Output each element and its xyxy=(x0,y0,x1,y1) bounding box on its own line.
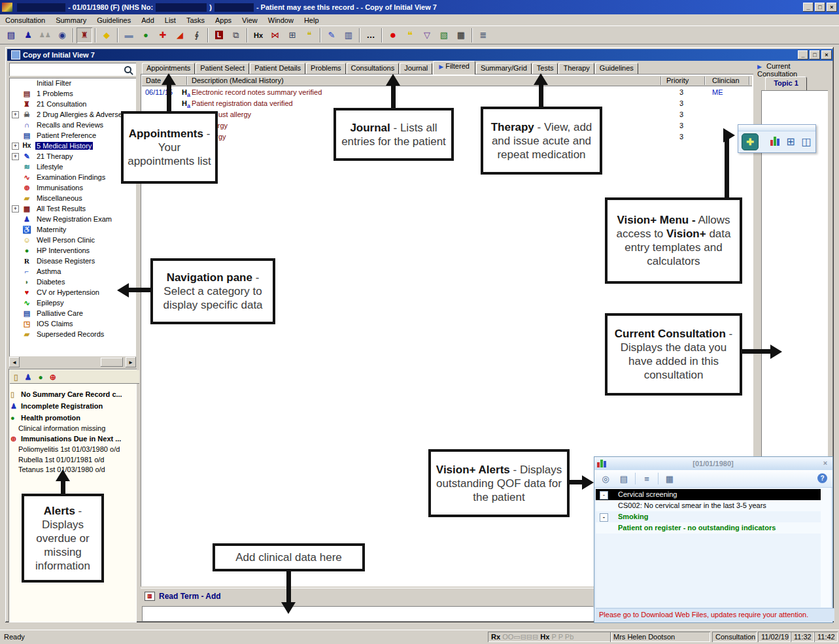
sidebar-item-problems[interactable]: ▤1 Problems xyxy=(9,88,136,99)
journal-row[interactable]: 06/11/15 Ha Electronic record notes summ… xyxy=(142,87,752,98)
child-restore-button[interactable]: □ xyxy=(810,50,820,59)
sidebar-item-new-registration[interactable]: ♟New Registration Exam xyxy=(9,214,136,224)
template-icon[interactable]: ▦ xyxy=(662,472,677,485)
yellow-note-icon[interactable]: ❝ xyxy=(402,27,418,43)
expand-icon[interactable]: + xyxy=(12,205,19,212)
registration-icon[interactable]: ♟ xyxy=(25,373,32,382)
visionplus-launch-icon[interactable]: ✚ xyxy=(742,133,759,150)
sidebar-item-lifestyle[interactable]: ≋Lifestyle xyxy=(9,161,136,172)
tab-problems[interactable]: Problems xyxy=(306,63,345,75)
expand-icon[interactable]: + xyxy=(12,111,19,118)
child-close-button[interactable]: × xyxy=(821,50,832,59)
sidebar-item-consultation[interactable]: ♜21 Consultation xyxy=(9,99,136,109)
alert-no-summary-care-record[interactable]: ▯No Summary Care Record c... xyxy=(10,389,122,399)
alert-rubella[interactable]: Rubella 1st 01/01/1981 o/d xyxy=(10,454,105,465)
qof-row-cervical-screening[interactable]: - Cervical screening xyxy=(596,489,821,500)
eraser-icon[interactable]: ▬ xyxy=(121,27,137,43)
filter-icon[interactable]: ▽ xyxy=(419,27,435,43)
menu-help[interactable]: Help xyxy=(299,16,324,25)
immunisation-icon[interactable]: ✚ xyxy=(155,27,171,43)
sidebar-item-epilepsy[interactable]: ∿Epilepsy xyxy=(9,297,136,308)
chart-edit-icon[interactable]: ▧ xyxy=(436,27,452,43)
app-restore-button[interactable]: □ xyxy=(815,3,825,12)
alert-poliomyelitis[interactable]: Poliomyelitis 1st 01/03/1980 o/d xyxy=(10,444,120,454)
menu-view[interactable]: View xyxy=(237,16,263,25)
sidebar-item-immunisations[interactable]: ⊕Immunisations xyxy=(9,182,136,193)
medical-history-icon[interactable]: Hx xyxy=(250,27,266,43)
tab-summary-grid[interactable]: Summary/Grid xyxy=(476,63,532,75)
menu-consultation[interactable]: Consultation xyxy=(0,16,50,25)
menu-list[interactable]: List xyxy=(160,16,181,25)
screen-report-icon[interactable]: ⊞ xyxy=(284,27,300,43)
tab-patient-details[interactable]: Patient Details xyxy=(250,63,305,75)
summary-record-icon[interactable]: ▯ xyxy=(14,373,18,382)
collapse-icon[interactable]: - xyxy=(600,513,608,522)
close-icon[interactable]: × xyxy=(820,458,830,469)
referral-icon[interactable]: ⋈ xyxy=(267,27,283,43)
download-web-files-message[interactable]: Please go to Download Web Files, updates… xyxy=(596,608,834,621)
sidebar-item-examination-findings[interactable]: ∿Examination Findings xyxy=(9,172,136,182)
consultation-chair-icon[interactable]: ♜ xyxy=(77,27,92,43)
menu-apps[interactable]: Apps xyxy=(210,16,237,25)
scrollbar-thumb[interactable] xyxy=(101,358,123,367)
expand-icon[interactable]: + xyxy=(12,143,19,150)
print-labels-icon[interactable]: ▦ xyxy=(453,27,469,43)
tree-horizontal-scrollbar[interactable]: ◄ ► xyxy=(9,357,136,367)
tab-patient-select[interactable]: Patient Select xyxy=(196,63,249,75)
notes-icon[interactable]: ▥ xyxy=(341,27,356,43)
sidebar-item-superseded-records[interactable]: ▰Superseded Records xyxy=(9,329,136,339)
preview-icon[interactable]: ◎ xyxy=(598,472,613,485)
sidebar-item-drug-allergies[interactable]: +☠2 Drug Allergies & Adverse Reac xyxy=(9,109,136,120)
visionplus-toolbar-handle[interactable] xyxy=(738,125,815,131)
search-button[interactable] xyxy=(122,64,134,75)
search-input[interactable] xyxy=(10,64,119,75)
local-guidelines-icon[interactable]: L xyxy=(211,27,227,43)
immunisation-icon[interactable]: ⊕ xyxy=(50,373,56,382)
report-icon[interactable]: ≡ xyxy=(640,472,654,485)
alert-clinical-info-missing[interactable]: Clinical information missing xyxy=(10,423,105,433)
sidebar-item-disease-registers[interactable]: RDisease Registers xyxy=(9,256,136,266)
column-clinician[interactable]: Clinician xyxy=(712,76,740,86)
patient-group-icon[interactable]: ♟♟ xyxy=(37,27,53,43)
sidebar-item-therapy[interactable]: +✎21 Therapy xyxy=(9,151,136,161)
select-patient-icon[interactable]: ♟ xyxy=(20,27,36,43)
tab-consultations[interactable]: Consultations xyxy=(347,63,400,75)
menu-guidelines[interactable]: Guidelines xyxy=(92,16,136,25)
qof-row-cs002[interactable]: CS002: No cervical smear in the last 3-5… xyxy=(596,500,821,511)
blood-pressure-icon[interactable]: ◢ xyxy=(172,27,188,43)
sidebar-item-hp-interventions[interactable]: ●HP Interventions xyxy=(9,245,136,256)
scroll-left-icon[interactable]: ◄ xyxy=(9,357,20,367)
scroll-right-icon[interactable]: ► xyxy=(126,357,136,367)
tab-journal[interactable]: Journal xyxy=(400,63,432,75)
qof-row-smoking[interactable]: - Smoking xyxy=(596,511,821,522)
health-promotion-icon[interactable]: ● xyxy=(38,373,43,382)
sidebar-item-all-test-results[interactable]: +▦All Test Results xyxy=(9,203,136,214)
find-patient-icon[interactable]: ◉ xyxy=(54,27,70,43)
sidebar-item-well-person[interactable]: ☺Well Person Clinic xyxy=(9,235,136,245)
sidebar-item-maternity[interactable]: ♿Maternity xyxy=(9,224,136,235)
sidebar-item-medical-history[interactable]: +Hx5 Medical History xyxy=(9,141,136,151)
tab-topic-1[interactable]: Topic 1 xyxy=(765,76,807,90)
health-promotion-icon[interactable]: ● xyxy=(138,27,154,43)
sidebar-item-ios-claims[interactable]: ◳IOS Claims xyxy=(9,318,136,329)
sidebar-item-recalls[interactable]: ∩Recalls and Reviews xyxy=(9,120,136,130)
stethoscope-icon[interactable]: ∮ xyxy=(189,27,205,43)
prescription-pen-icon[interactable]: ✎ xyxy=(324,27,339,43)
tab-therapy[interactable]: Therapy xyxy=(558,63,594,75)
qof-row-on-register[interactable]: Patient on register - no outstanding ind… xyxy=(596,522,821,534)
visionplus-calculator-icon[interactable]: ⊞ xyxy=(783,133,798,149)
visionplus-contacts-icon[interactable]: ◫ xyxy=(798,133,814,149)
sidebar-item-patient-preference[interactable]: ▤Patient Preference xyxy=(9,130,136,141)
help-icon[interactable]: ? xyxy=(817,473,827,483)
sidebar-item-asthma[interactable]: ⌐Asthma xyxy=(9,266,136,277)
collapse-icon[interactable]: - xyxy=(600,491,608,500)
tab-filtered[interactable]: ▶Filtered xyxy=(433,61,475,75)
alert-immunisations-due[interactable]: ⊕Immunisations Due in Next ... xyxy=(10,433,121,444)
column-date[interactable]: Date xyxy=(146,76,161,86)
read-term-input[interactable] xyxy=(143,607,597,620)
app-minimize-button[interactable]: _ xyxy=(803,3,813,12)
child-minimize-button[interactable]: _ xyxy=(798,50,808,59)
guidelines-copy-icon[interactable]: ⧉ xyxy=(228,27,244,43)
print-icon[interactable]: ▤ xyxy=(617,472,631,485)
more-tools-icon[interactable]: … xyxy=(363,27,379,43)
